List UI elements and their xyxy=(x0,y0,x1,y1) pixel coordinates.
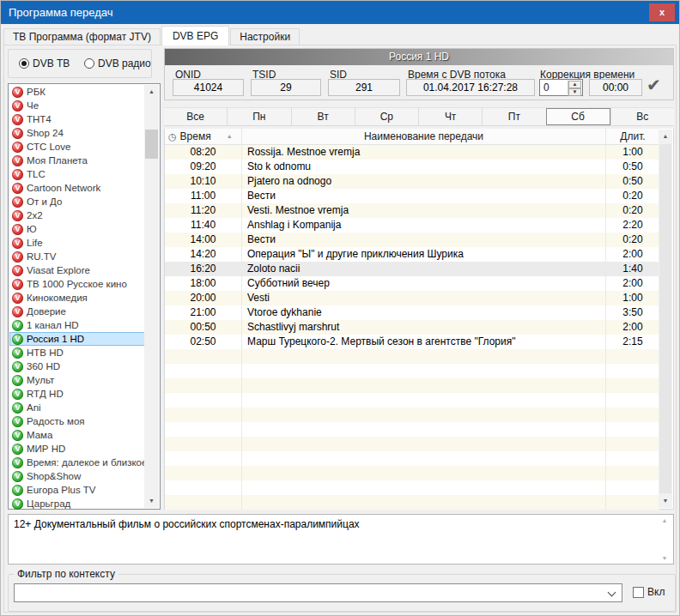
radio-dvb-radio[interactable]: DVB радио xyxy=(84,57,151,69)
table-row[interactable]: 10:10Pjatero na odnogo0:50 xyxy=(165,174,659,189)
channel-item[interactable]: VЧе xyxy=(9,99,145,112)
title-bar[interactable]: Программа передач x xyxy=(1,1,679,24)
row-name xyxy=(242,451,606,466)
window-title: Программа передач xyxy=(9,1,112,24)
table-row-empty xyxy=(165,349,659,364)
channel-item[interactable]: VEuropa Plus TV xyxy=(9,483,145,497)
scroll-down-icon[interactable]: ▼ xyxy=(659,555,670,561)
table-row[interactable]: 11:40Anshlag i Kompanija2:20 xyxy=(165,218,659,233)
channel-item[interactable]: VМульт xyxy=(9,373,145,387)
channel-item[interactable]: VНТВ HD xyxy=(9,346,145,359)
channel-item[interactable]: V2x2 xyxy=(9,208,145,222)
spin-up-icon[interactable]: ▲ xyxy=(568,81,581,88)
channel-item[interactable]: VКинокомедия xyxy=(9,291,145,305)
table-row-empty xyxy=(165,480,659,495)
scroll-down-icon[interactable]: ▼ xyxy=(659,494,672,508)
correction-spinner-value[interactable]: 0 xyxy=(543,80,549,95)
channel-item[interactable]: VLife xyxy=(9,236,145,250)
row-name: Pjatero na odnogo xyxy=(242,174,606,189)
channel-item[interactable]: VРоссия 1 HD xyxy=(9,332,145,346)
scrollbar-thumb[interactable] xyxy=(659,144,671,493)
radio-dvb-tv[interactable]: DVB ТВ xyxy=(19,57,70,69)
day-tab-Все[interactable]: Все xyxy=(164,108,227,125)
scroll-down-icon[interactable]: ▼ xyxy=(144,494,159,508)
channel-item[interactable]: V1 канал HD xyxy=(9,318,145,332)
channel-item[interactable]: VAni xyxy=(9,401,145,414)
day-tab-Вт[interactable]: Вт xyxy=(291,108,355,125)
row-name xyxy=(242,437,606,451)
column-header-name[interactable]: Наименование передачи xyxy=(242,129,606,144)
channel-item[interactable]: VShop 24 xyxy=(9,126,145,140)
channel-item[interactable]: VМИР HD xyxy=(9,442,145,456)
table-row[interactable]: 14:00Вести0:20 xyxy=(165,233,659,247)
table-row[interactable]: 20:00Vesti1:00 xyxy=(165,291,659,305)
channel-item[interactable]: VДоверие xyxy=(9,305,145,318)
table-row[interactable]: 02:50Марш Турецкого-2. Мертвый сезон в а… xyxy=(165,335,659,349)
scroll-up-icon[interactable]: ▲ xyxy=(659,517,670,523)
tab-1[interactable]: ТВ Программа (формат JTV) xyxy=(3,28,161,45)
channel-item[interactable]: VМоя Планета xyxy=(9,154,145,167)
day-tab-Вс[interactable]: Вс xyxy=(610,108,674,125)
channel-item[interactable]: VТВ 1000 Русское кино xyxy=(9,277,145,291)
column-header-time[interactable]: ◷ Время ▲ xyxy=(165,129,242,144)
filter-combobox[interactable] xyxy=(14,583,622,602)
table-row[interactable]: 16:20Zoloto nacii1:40 xyxy=(165,262,659,276)
day-tab-Пн[interactable]: Пн xyxy=(227,108,290,125)
table-row[interactable]: 21:00Vtoroe dykhanie3:50 xyxy=(165,305,659,320)
onid-value: 41024 xyxy=(173,79,244,96)
channel-item[interactable]: VCartoon Network xyxy=(9,181,145,195)
channel-icon: V xyxy=(12,498,23,510)
channel-item[interactable]: VRU.TV xyxy=(9,250,145,263)
channel-icon: V xyxy=(12,306,23,317)
radio-dvb-tv-circle[interactable] xyxy=(19,58,29,69)
day-tab-Ср[interactable]: Ср xyxy=(355,108,418,125)
column-header-duration[interactable]: Длит. xyxy=(606,129,659,144)
day-tab-Пт[interactable]: Пт xyxy=(482,108,545,125)
channel-list-scrollbar[interactable]: ▲ ▼ xyxy=(144,85,159,508)
table-row[interactable]: 08:20Rossija. Mestnoe vremja1:00 xyxy=(165,145,659,160)
scroll-up-icon[interactable]: ▲ xyxy=(659,130,672,143)
channel-icon: V xyxy=(12,361,23,372)
tab-strip: ТВ Программа (формат JTV)DVB EPGНастройк… xyxy=(3,26,677,45)
table-row[interactable]: 11:20Vesti. Mestnoe vremja0:20 xyxy=(165,203,659,218)
day-tab-Сб[interactable]: Сб xyxy=(546,108,610,125)
filter-groupbox: Фильтр по контексту Вкл xyxy=(8,574,676,612)
scrollbar-thumb[interactable] xyxy=(145,130,158,159)
correction-spinner[interactable]: 0 ▲ ▼ xyxy=(539,79,583,96)
channel-item[interactable]: VРБК xyxy=(9,85,145,99)
channel-item[interactable]: VМама xyxy=(9,428,145,442)
table-rows: 08:20Rossija. Mestnoe vremja1:0009:20Sto… xyxy=(165,145,659,510)
channel-item[interactable]: VЮ xyxy=(9,222,145,236)
table-row[interactable]: 11:00Вести0:20 xyxy=(165,189,659,203)
channel-item[interactable]: VShop&Show xyxy=(9,469,145,483)
channel-item[interactable]: VRTД HD xyxy=(9,387,145,401)
channel-item[interactable]: VОт и До xyxy=(9,195,145,208)
radio-dvb-radio-circle[interactable] xyxy=(84,58,94,69)
channel-item[interactable]: VЦарьград xyxy=(9,497,145,510)
table-row[interactable]: 00:50Schastlivyj marshrut2:00 xyxy=(165,320,659,335)
channel-item[interactable]: VРадость моя xyxy=(9,414,145,428)
channel-item[interactable]: V360 HD xyxy=(9,359,145,373)
apply-check-icon[interactable]: ✔ xyxy=(647,75,661,95)
table-row[interactable]: 14:20Операция "Ы" и другие приключения Ш… xyxy=(165,247,659,262)
spin-down-icon[interactable]: ▼ xyxy=(568,88,581,96)
channel-item[interactable]: VTLC xyxy=(9,167,145,181)
table-scrollbar[interactable]: ▲ ▼ xyxy=(659,130,672,508)
scroll-up-icon[interactable]: ▲ xyxy=(144,85,159,99)
channel-item[interactable]: VТНТ4 xyxy=(9,112,145,126)
filter-enable-checkbox[interactable] xyxy=(633,587,644,598)
channel-item[interactable]: VВремя: далекое и близкое xyxy=(9,456,145,469)
channel-list-items: VРБКVЧеVТНТ4VShop 24VСТС LoveVМоя Планет… xyxy=(9,85,145,510)
day-tab-Чт[interactable]: Чт xyxy=(418,108,482,125)
row-time xyxy=(165,451,242,466)
table-row[interactable]: 18:00Субботний вечер2:00 xyxy=(165,276,659,291)
channel-item[interactable]: VСТС Love xyxy=(9,140,145,154)
sort-asc-icon: ▲ xyxy=(227,129,233,144)
close-button[interactable]: x xyxy=(649,3,675,21)
tab-2[interactable]: DVB EPG xyxy=(161,26,229,45)
chevron-down-icon[interactable] xyxy=(608,589,616,597)
table-row[interactable]: 09:20Sto k odnomu0:50 xyxy=(165,160,659,174)
channel-item[interactable]: VViasat Explore xyxy=(9,263,145,277)
channel-icon: V xyxy=(12,224,23,235)
tab-3[interactable]: Настройки xyxy=(230,28,300,45)
